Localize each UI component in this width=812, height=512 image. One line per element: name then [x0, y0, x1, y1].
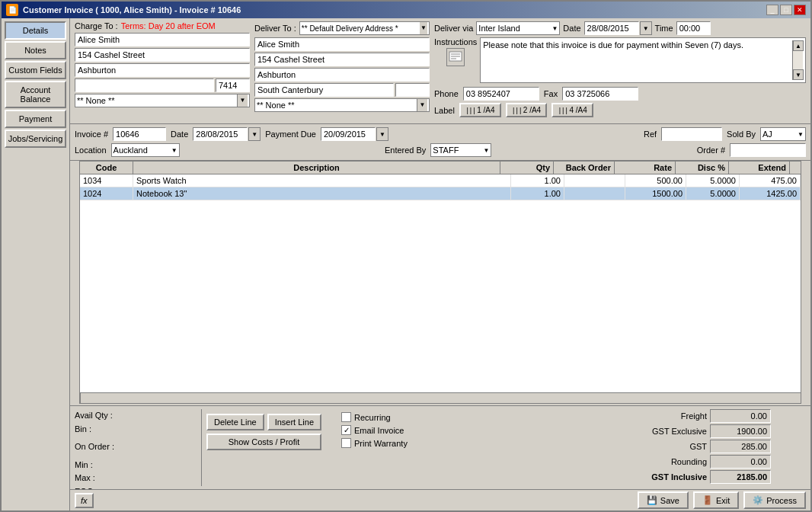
charge-postcode-field[interactable] — [216, 78, 250, 92]
process-icon: ⚙️ — [753, 495, 763, 505]
charge-street-field[interactable] — [75, 48, 250, 62]
row2-disc: 5.0000 — [686, 187, 740, 200]
maximize-button[interactable]: □ — [780, 5, 792, 15]
fax-field[interactable] — [562, 87, 638, 101]
recurring-row: Recurring — [341, 412, 408, 422]
print-warranty-label: Print Warranty — [354, 439, 408, 448]
status-buttons: 💾 Save 🚪 Exit ⚙️ Process — [638, 491, 806, 509]
email-invoice-checkbox[interactable]: ✓ — [341, 425, 351, 435]
invoice-num-field[interactable] — [113, 127, 166, 141]
gst-row: GST — [615, 440, 806, 453]
label-btn-3[interactable]: ||| 4 /A4 — [551, 103, 593, 117]
bottom-middle-buttons: Delete Line Insert Line Show Costs / Pro… — [206, 409, 321, 486]
email-invoice-row: ✓ Email Invoice — [341, 425, 408, 435]
charge-to-terms: Terms: Day 20 after EOM — [121, 21, 216, 30]
gst-value[interactable] — [710, 440, 771, 453]
recurring-label: Recurring — [354, 413, 391, 422]
gst-inclusive-value[interactable] — [710, 470, 771, 484]
payment-due-field[interactable] — [321, 127, 376, 141]
sidebar-item-payment[interactable]: Payment — [5, 110, 66, 128]
freight-label: Freight — [615, 411, 707, 421]
instructions-icon[interactable] — [446, 48, 465, 66]
avail-qty-label: Avail Qty : — [75, 409, 197, 423]
col-header-qty: Qty — [500, 162, 554, 174]
instructions-label: Instructions — [434, 37, 477, 46]
location-combo[interactable]: Auckland ▼ — [111, 143, 180, 157]
show-costs-button[interactable]: Show Costs / Profit — [206, 434, 321, 450]
deliver-none-combo[interactable]: ** None ** ▼ — [254, 98, 430, 112]
deliver-street-field[interactable] — [254, 53, 430, 66]
deliver-date-field[interactable] — [584, 21, 639, 35]
gst-inclusive-row: GST Inclusive — [615, 470, 806, 484]
save-button[interactable]: 💾 Save — [638, 491, 689, 509]
label-label: Label — [434, 106, 455, 115]
phone-field[interactable] — [463, 87, 539, 101]
col-header-rate: Rate — [615, 162, 676, 174]
exit-button[interactable]: 🚪 Exit — [693, 491, 739, 509]
order-num-field[interactable] — [730, 143, 806, 157]
table-empty-area — [80, 200, 801, 392]
ref-field[interactable] — [661, 127, 722, 141]
recurring-checkbox[interactable] — [341, 412, 351, 422]
freight-value[interactable] — [710, 409, 771, 423]
rounding-value[interactable] — [710, 455, 771, 469]
instructions-scrollbar[interactable]: ▲ ▼ — [792, 40, 803, 80]
date-inv-label: Date — [171, 130, 188, 139]
label-btn-1[interactable]: ||| 1 /A4 — [459, 103, 501, 117]
payment-due-picker[interactable]: ▼ — [376, 127, 388, 141]
sidebar-item-jobs-servicing[interactable]: Jobs/Servicing — [5, 130, 66, 148]
deliver-to-label: Deliver To : — [254, 24, 296, 33]
entered-by-combo[interactable]: STAFF ▼ — [430, 143, 491, 157]
exit-icon: 🚪 — [702, 495, 713, 505]
charge-none-combo[interactable]: ** None ** ▼ — [75, 94, 250, 107]
instructions-scroll-down[interactable]: ▼ — [793, 69, 804, 80]
deliver-name-field[interactable] — [254, 37, 430, 51]
invoice-table: Code Description Qty Back Order Rate Dis… — [79, 161, 801, 404]
bottom-left-info: Avail Qty : Bin : On Order : Min : Max :… — [75, 409, 197, 486]
charge-name-field[interactable] — [75, 33, 250, 46]
close-button[interactable]: ✕ — [794, 5, 806, 15]
invoice-date-field[interactable] — [193, 127, 248, 141]
time-field[interactable] — [676, 21, 711, 35]
process-button[interactable]: ⚙️ Process — [743, 491, 806, 509]
table-row[interactable]: 1034 Sports Watch 1.00 500.00 5.0000 475… — [80, 174, 801, 187]
charge-region-field[interactable] — [75, 78, 214, 92]
sidebar-item-notes[interactable]: Notes — [5, 41, 66, 59]
gst-exclusive-value[interactable] — [710, 424, 771, 438]
sidebar-item-details[interactable]: Details — [5, 21, 66, 40]
instructions-scroll-up[interactable]: ▲ — [793, 40, 804, 51]
deliver-postcode-field[interactable] — [395, 83, 430, 97]
fx-button[interactable]: fx — [75, 493, 94, 508]
insert-line-button[interactable]: Insert Line — [267, 414, 321, 430]
minimize-button[interactable]: _ — [766, 5, 778, 15]
row1-rate: 500.00 — [625, 174, 686, 187]
col-header-extend: Extend — [729, 162, 790, 174]
deliver-city-field[interactable] — [254, 68, 430, 82]
invoice-date-picker[interactable]: ▼ — [248, 127, 261, 141]
sidebar-item-account-balance[interactable]: Account Balance — [5, 81, 66, 108]
charge-city-field[interactable] — [75, 63, 250, 77]
deliver-region-field[interactable] — [254, 83, 394, 97]
deliver-date-picker[interactable]: ▼ — [640, 21, 652, 35]
print-warranty-checkbox[interactable] — [341, 438, 351, 448]
col-header-description: Description — [133, 162, 500, 174]
table-hscrollbar[interactable] — [80, 392, 801, 403]
table-header: Code Description Qty Back Order Rate Dis… — [80, 162, 801, 174]
row2-qty: 1.00 — [511, 187, 564, 200]
instructions-scroll-track — [793, 51, 803, 69]
top-section: Charge To : Terms: Day 20 after EOM ** N… — [70, 18, 810, 124]
row2-rate: 1500.00 — [625, 187, 686, 200]
deliver-via-label: Deliver via — [434, 24, 473, 33]
label-btn-2[interactable]: ||| 2 /A4 — [506, 103, 548, 117]
col-header-backorder: Back Order — [554, 162, 615, 174]
title-bar: 📄 Customer Invoice ( 1000, Alice Smith) … — [2, 2, 810, 18]
fax-label: Fax — [544, 89, 558, 98]
deliver-to-combo[interactable]: ** Default Delivery Address * ▼ — [299, 21, 430, 35]
table-row[interactable]: 1024 Notebook 13" 1.00 1500.00 5.0000 14… — [80, 187, 801, 200]
sold-by-combo[interactable]: AJ ▼ — [760, 127, 806, 141]
gst-exclusive-row: GST Exclusive — [615, 424, 806, 438]
deliver-via-combo[interactable]: Inter Island ▼ — [476, 21, 560, 35]
sidebar-item-custom-fields[interactable]: Custom Fields — [5, 61, 66, 79]
row2-backorder — [564, 187, 625, 200]
delete-line-button[interactable]: Delete Line — [206, 414, 264, 430]
